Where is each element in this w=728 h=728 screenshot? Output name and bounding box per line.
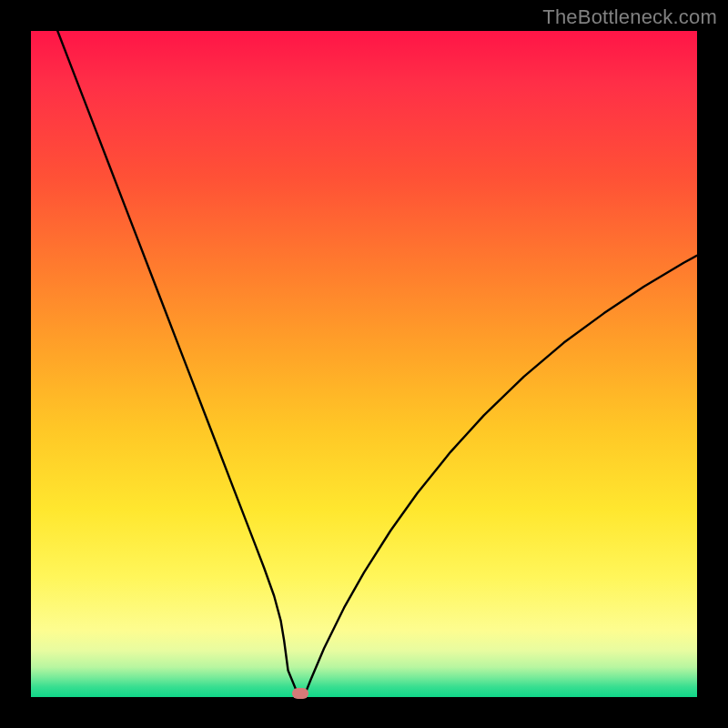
watermark-text: TheBottleneck.com: [542, 5, 717, 29]
plot-area: [31, 31, 697, 697]
optimal-point-marker: [292, 688, 308, 699]
curve-svg: [31, 31, 697, 697]
chart-frame: TheBottleneck.com: [0, 0, 728, 728]
bottleneck-curve: [57, 31, 697, 693]
